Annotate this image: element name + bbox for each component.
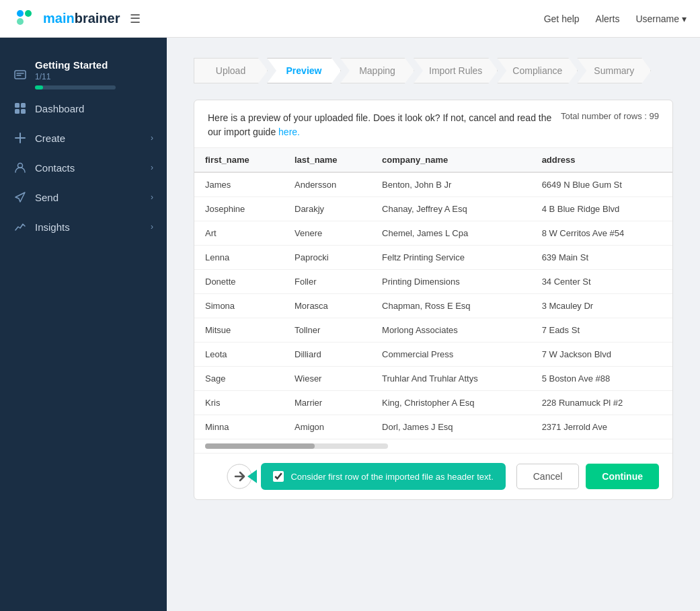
logo: mainbrainer xyxy=(13,7,120,31)
table-cell: Tollner xyxy=(284,318,371,343)
svg-rect-5 xyxy=(21,103,26,108)
table-cell: Dorl, James J Esq xyxy=(371,415,531,439)
table-cell: Truhlar And Truhlar Attys xyxy=(371,367,531,391)
preview-message-text: Here is a preview of your uploaded file.… xyxy=(208,112,551,137)
sidebar-item-insights-label: Insights xyxy=(35,221,143,233)
table-body: JamesAnderssonBenton, John B Jr6649 N Bl… xyxy=(194,172,672,439)
table-row: JamesAnderssonBenton, John B Jr6649 N Bl… xyxy=(194,172,672,197)
sidebar-item-dashboard-label: Dashboard xyxy=(35,103,153,114)
step-preview[interactable]: Preview xyxy=(267,58,341,83)
table-row: DonetteFollerPrinting Dimensions34 Cente… xyxy=(194,270,672,294)
table-cell: Mitsue xyxy=(194,318,284,343)
table-cell: King, Christopher A Esq xyxy=(371,391,531,415)
sidebar-item-insights[interactable]: Insights › xyxy=(0,212,167,242)
sidebar-item-getting-started[interactable]: Getting Started 1/11 xyxy=(0,51,167,94)
table-row: MitsueTollnerMorlong Associates7 Eads St xyxy=(194,318,672,343)
step-upload-label: Upload xyxy=(216,65,245,76)
create-chevron-icon: › xyxy=(151,133,153,143)
continue-button[interactable]: Continue xyxy=(586,464,659,489)
send-chevron-icon: › xyxy=(151,192,153,202)
sidebar-item-create-label: Create xyxy=(35,133,143,144)
progress-bar-bg xyxy=(35,85,116,89)
table-cell: 7 Eads St xyxy=(531,318,672,343)
table-cell: Sage xyxy=(194,367,284,391)
data-table: first_name last_name company_name addres… xyxy=(194,148,672,439)
svg-point-2 xyxy=(17,18,24,25)
table-row: LennaPaprockiFeltz Printing Service639 M… xyxy=(194,246,672,270)
alerts-link[interactable]: Alerts xyxy=(596,13,620,24)
sidebar: Getting Started 1/11 Dashboard xyxy=(0,38,167,611)
data-table-wrapper: first_name last_name company_name addres… xyxy=(194,148,672,439)
step-preview-label: Preview xyxy=(286,65,322,76)
table-cell: Chapman, Ross E Esq xyxy=(371,294,531,318)
table-cell: James xyxy=(194,172,284,197)
step-import-rules-label: Import Rules xyxy=(429,65,482,76)
contacts-icon xyxy=(13,161,27,174)
svg-rect-4 xyxy=(15,103,20,108)
step-upload[interactable]: Upload xyxy=(194,58,268,83)
table-cell: Feltz Printing Service xyxy=(371,246,531,270)
table-row: SageWieserTruhlar And Truhlar Attys5 Bos… xyxy=(194,367,672,391)
logo-icon xyxy=(13,7,38,31)
import-guide-link[interactable]: here. xyxy=(278,127,300,137)
scroll-bar-area xyxy=(194,439,672,453)
table-cell: 5 Boston Ave #88 xyxy=(531,367,672,391)
get-help-link[interactable]: Get help xyxy=(544,13,580,24)
table-cell: 2371 Jerrold Ave xyxy=(531,415,672,439)
table-cell: Commercial Press xyxy=(371,343,531,367)
table-row: ArtVenereChemel, James L Cpa8 W Cerritos… xyxy=(194,221,672,246)
preview-message: Here is a preview of your uploaded file.… xyxy=(208,111,561,139)
table-cell: Chemel, James L Cpa xyxy=(371,221,531,246)
progress-bar-fill xyxy=(35,85,43,89)
table-cell: Josephine xyxy=(194,197,284,221)
table-cell: Marrier xyxy=(284,391,371,415)
table-header-row: first_name last_name company_name addres… xyxy=(194,148,672,172)
preview-header: Here is a preview of your uploaded file.… xyxy=(194,100,672,148)
table-cell: Benton, John B Jr xyxy=(371,172,531,197)
hamburger-icon[interactable]: ☰ xyxy=(130,11,141,26)
table-cell: Paprocki xyxy=(284,246,371,270)
topnav-right: Get help Alerts Username ▾ xyxy=(544,13,687,24)
svg-rect-7 xyxy=(21,109,26,114)
table-cell: 639 Main St xyxy=(531,246,672,270)
sidebar-item-send-label: Send xyxy=(35,192,143,203)
table-cell: 6649 N Blue Gum St xyxy=(531,172,672,197)
table-cell: Dilliard xyxy=(284,343,371,367)
cancel-button[interactable]: Cancel xyxy=(516,464,580,489)
col-address: address xyxy=(531,148,672,172)
table-cell: Art xyxy=(194,221,284,246)
step-mapping-label: Mapping xyxy=(359,65,395,76)
scroll-bar-thumb xyxy=(205,443,315,449)
getting-started-progress: 1/11 xyxy=(35,72,116,81)
username-dropdown-icon: ▾ xyxy=(682,13,687,24)
table-cell: Printing Dimensions xyxy=(371,270,531,294)
sidebar-item-dashboard[interactable]: Dashboard xyxy=(0,94,167,123)
step-summary[interactable]: Summary xyxy=(577,58,651,83)
username-menu[interactable]: Username ▾ xyxy=(635,13,687,24)
table-cell: Venere xyxy=(284,221,371,246)
table-cell: 34 Center St xyxy=(531,270,672,294)
sidebar-item-create[interactable]: Create › xyxy=(0,123,167,153)
topnav: mainbrainer ☰ Get help Alerts Username ▾ xyxy=(0,0,700,38)
table-row: KrisMarrierKing, Christopher A Esq228 Ru… xyxy=(194,391,672,415)
sidebar-item-send[interactable]: Send › xyxy=(0,182,167,212)
scroll-bar-track[interactable] xyxy=(205,443,388,449)
step-mapping[interactable]: Mapping xyxy=(340,58,414,83)
table-cell: Wieser xyxy=(284,367,371,391)
table-cell: Minna xyxy=(194,415,284,439)
sidebar-item-contacts[interactable]: Contacts › xyxy=(0,153,167,182)
table-head: first_name last_name company_name addres… xyxy=(194,148,672,172)
table-cell: Chanay, Jeffrey A Esq xyxy=(371,197,531,221)
table-cell: 228 Runamuck Pl #2 xyxy=(531,391,672,415)
table-cell: Lenna xyxy=(194,246,284,270)
step-import-rules[interactable]: Import Rules xyxy=(414,58,498,83)
contacts-chevron-icon: › xyxy=(151,163,153,172)
step-compliance[interactable]: Compliance xyxy=(497,58,578,83)
header-checkbox-label[interactable]: Consider first row of the imported file … xyxy=(290,472,493,482)
table-cell: Donette xyxy=(194,270,284,294)
action-buttons: Cancel Continue xyxy=(516,464,659,489)
table-cell: Morasca xyxy=(284,294,371,318)
wizard-steps: Upload Preview Mapping Import Rules Comp… xyxy=(194,58,673,83)
row-count: Total number of rows : 99 xyxy=(561,111,659,121)
header-checkbox[interactable] xyxy=(273,471,284,482)
